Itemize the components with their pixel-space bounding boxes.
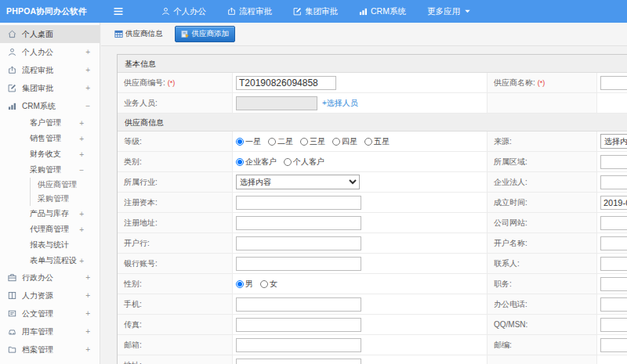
email-input[interactable] [236, 338, 361, 352]
radio-option[interactable]: 五星 [364, 136, 390, 147]
table-icon [114, 30, 123, 38]
field-cell: 男女 [233, 274, 487, 294]
expand-toggle[interactable]: + [83, 84, 90, 92]
mobile-input[interactable] [236, 297, 361, 312]
topnav-item-crm-system[interactable]: CRM系统 [359, 0, 406, 23]
expand-toggle[interactable]: + [83, 66, 90, 74]
region-input[interactable] [600, 155, 627, 169]
category-radio-2[interactable] [284, 158, 292, 166]
radio-option[interactable]: 女 [260, 279, 277, 290]
topnav-item-personal-office[interactable]: 个人办公 [161, 0, 206, 23]
gender-radio-2[interactable] [260, 280, 268, 288]
topnav-label: CRM系统 [371, 6, 406, 17]
form-row: 类别:企业客户个人客户所属区域: [118, 152, 627, 172]
radio-option[interactable]: 二星 [268, 136, 293, 147]
legal-person-input[interactable] [600, 175, 627, 189]
category-radio-1[interactable] [236, 158, 244, 166]
sidebar-item-agent-mgmt[interactable]: 代理商管理+ [0, 222, 100, 237]
sidebar-item-crm-system[interactable]: CRM系统− [0, 97, 100, 115]
sidebar-item-label: 采购管理 [38, 193, 69, 204]
reg-capital-input[interactable] [236, 196, 361, 210]
supplier-code-label: 供应商编号: [124, 77, 165, 88]
fax-input[interactable] [236, 318, 361, 332]
contact-input[interactable] [600, 257, 627, 271]
expand-toggle[interactable]: + [77, 210, 84, 218]
grade-radio-5[interactable] [364, 138, 372, 146]
industry-select[interactable]: 选择内容 [236, 175, 360, 189]
supplier-code-input[interactable] [236, 76, 336, 90]
expand-toggle[interactable]: + [83, 48, 90, 56]
topnav-item-workflow-approval[interactable]: 流程审批 [227, 0, 272, 23]
expand-toggle[interactable]: + [83, 291, 90, 300]
sidebar-item-customer-mgmt[interactable]: 客户管理+ [0, 115, 100, 131]
zip-code-input[interactable] [600, 338, 627, 352]
sidebar-item-supplier-mgmt[interactable]: 供应商管理 [31, 178, 100, 192]
sidebar-item-archive-mgmt[interactable]: 档案管理+ [0, 341, 100, 359]
bank-label: 开户行: [124, 238, 150, 249]
sidebar-item-form-flow-settings[interactable]: 表单与流程设置+ [0, 253, 100, 268]
grade-radio-3[interactable] [300, 138, 308, 146]
bank-account-input[interactable] [236, 257, 361, 271]
expand-toggle[interactable]: + [77, 135, 84, 143]
job-title-input[interactable] [600, 277, 627, 291]
bank-input[interactable] [236, 236, 361, 250]
zip-code-label: 邮编: [494, 340, 512, 351]
grade-radio-1[interactable] [236, 138, 244, 146]
founded-date-input[interactable] [600, 196, 627, 210]
radio-option[interactable]: 四星 [332, 136, 357, 147]
radio-option[interactable]: 个人客户 [284, 157, 324, 168]
source-select[interactable]: 选择内容 [600, 134, 627, 149]
menu-icon[interactable] [113, 7, 124, 16]
sidebar-item-doc-mgmt[interactable]: 公文管理+ [0, 305, 100, 323]
sidebar-item-admin-office[interactable]: 行政办公+ [0, 268, 100, 287]
expand-toggle[interactable]: + [77, 225, 84, 234]
gender-radio-1[interactable] [236, 280, 244, 288]
expand-toggle[interactable]: + [83, 327, 90, 336]
office-phone-input[interactable] [600, 297, 627, 312]
tab-supplier-info[interactable]: 供应商信息 [108, 26, 169, 42]
expand-toggle[interactable]: − [77, 166, 84, 175]
sidebar-item-report-stats[interactable]: 报表与统计 [0, 237, 100, 253]
sidebar-item-group-approval[interactable]: 集团审批+ [0, 79, 100, 97]
sidebar-item-product-stock[interactable]: 产品与库存+ [0, 206, 100, 222]
expand-toggle[interactable]: + [77, 257, 84, 265]
topnav-item-group-approval[interactable]: 集团审批 [293, 0, 338, 23]
sidebar-item-purchasing[interactable]: 采购管理 [31, 192, 100, 206]
radio-option[interactable]: 男 [236, 279, 253, 290]
grade-radio-4[interactable] [332, 138, 340, 146]
expand-toggle[interactable]: − [83, 102, 90, 110]
field-label-cell: 供应商名称:(*) [487, 73, 597, 92]
field-label-cell [487, 93, 597, 113]
sidebar-item-personal-office[interactable]: 个人办公+ [0, 43, 100, 61]
staff-input[interactable] [236, 96, 317, 110]
sidebar-item-sales-mgmt[interactable]: 销售管理+ [0, 131, 100, 146]
qq-msn-input[interactable] [600, 318, 627, 332]
section-header: 基本信息 [118, 55, 627, 73]
radio-option[interactable]: 企业客户 [236, 157, 277, 168]
tab-supplier-add[interactable]: 供应商添加 [175, 26, 236, 42]
reg-address-input[interactable] [236, 216, 361, 230]
expand-toggle[interactable]: + [83, 345, 90, 354]
field-cell [233, 355, 487, 364]
expand-toggle[interactable]: + [77, 119, 84, 128]
sidebar-item-finance[interactable]: 财务收支+ [0, 146, 100, 162]
sidebar-item-hr[interactable]: 人力资源+ [0, 287, 100, 305]
expand-toggle[interactable]: + [77, 150, 84, 159]
website-input[interactable] [600, 216, 627, 230]
address-input[interactable] [236, 359, 361, 364]
supplier-name-input[interactable] [600, 76, 627, 90]
sidebar-item-workflow-approval[interactable]: 流程审批+ [0, 61, 100, 79]
sidebar-item-purchase-mgmt[interactable]: 采购管理− [0, 162, 100, 178]
radio-option[interactable]: 一星 [236, 136, 261, 147]
account-name-input[interactable] [600, 236, 627, 250]
select-person-link[interactable]: +选择人员 [322, 98, 358, 109]
radio-option[interactable]: 三星 [300, 136, 325, 147]
grade-radio-2[interactable] [268, 138, 276, 146]
sidebar-item-label: 行政办公 [22, 272, 53, 283]
sidebar-item-vehicle-mgmt[interactable]: 用车管理+ [0, 323, 100, 341]
topnav-item-more-apps[interactable]: 更多应用 [427, 0, 472, 23]
gender-label: 性别: [124, 279, 142, 290]
expand-toggle[interactable]: + [83, 273, 90, 282]
expand-toggle[interactable]: + [83, 309, 90, 318]
sidebar-item-personal-desktop[interactable]: 个人桌面 [0, 25, 100, 43]
